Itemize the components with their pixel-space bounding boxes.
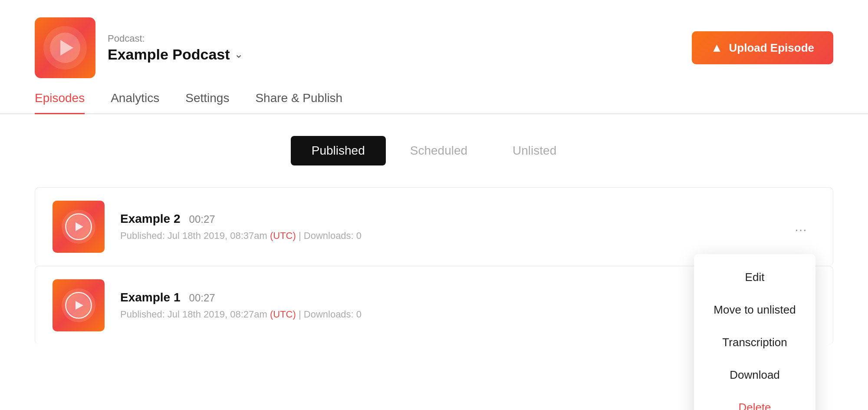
filter-tabs: Published Scheduled Unlisted [0, 136, 868, 165]
utc-label: (UTC) [270, 230, 296, 241]
tab-settings[interactable]: Settings [185, 91, 229, 114]
play-circle-icon [65, 292, 92, 319]
utc-label: (UTC) [270, 309, 296, 320]
podcast-info: Podcast: Example Podcast ⌄ [108, 33, 243, 63]
play-triangle-icon [76, 301, 83, 310]
podcast-thumbnail [35, 17, 95, 78]
episode-title-example2: Example 2 [120, 212, 181, 226]
episode-title-row: Example 1 00:27 [120, 291, 787, 304]
podcast-label: Podcast: [108, 33, 243, 44]
dropdown-menu: Edit Move to unlisted Transcription Down… [694, 254, 815, 410]
episode-menu-button-example2[interactable]: … [787, 215, 815, 238]
dropdown-delete[interactable]: Delete [694, 391, 815, 410]
episode-duration-example2: 00:27 [189, 213, 215, 225]
upload-episode-button[interactable]: ▲ Upload Episode [692, 31, 833, 64]
episode-thumbnail-example2 [53, 201, 105, 253]
filter-published[interactable]: Published [291, 136, 386, 165]
episode-info-example1: Example 1 00:27 Published: Jul 18th 2019… [120, 291, 787, 320]
filter-unlisted[interactable]: Unlisted [492, 136, 577, 165]
header: Podcast: Example Podcast ⌄ ▲ Upload Epis… [0, 0, 868, 91]
header-left: Podcast: Example Podcast ⌄ [35, 17, 243, 78]
dropdown-edit[interactable]: Edit [694, 261, 815, 294]
episode-duration-example1: 00:27 [189, 292, 215, 304]
episode-card-wrapper-example2: Example 2 00:27 Published: Jul 18th 2019… [35, 187, 833, 266]
chevron-down-icon[interactable]: ⌄ [234, 48, 243, 60]
episode-card-example2: Example 2 00:27 Published: Jul 18th 2019… [35, 187, 833, 266]
episode-info-example2: Example 2 00:27 Published: Jul 18th 2019… [120, 212, 787, 241]
tab-episodes[interactable]: Episodes [35, 91, 85, 114]
dropdown-transcription[interactable]: Transcription [694, 326, 815, 359]
episode-menu-container-example2: … Edit Move to unlisted Transcription Do… [787, 215, 815, 238]
play-icon [60, 40, 73, 56]
episode-title-row: Example 2 00:27 [120, 212, 787, 226]
episode-meta-example2: Published: Jul 18th 2019, 08:37am (UTC) … [120, 230, 787, 241]
podcast-title: Example Podcast ⌄ [108, 46, 243, 63]
episodes-list: Example 2 00:27 Published: Jul 18th 2019… [0, 187, 868, 344]
play-triangle-icon [76, 222, 83, 231]
nav-tabs: Episodes Analytics Settings Share & Publ… [0, 91, 868, 114]
tab-analytics[interactable]: Analytics [111, 91, 159, 114]
play-circle-icon [65, 213, 92, 240]
filter-scheduled[interactable]: Scheduled [389, 136, 488, 165]
tab-share-publish[interactable]: Share & Publish [255, 91, 342, 114]
upload-icon: ▲ [711, 41, 723, 55]
dropdown-move-to-unlisted[interactable]: Move to unlisted [694, 294, 815, 326]
episode-meta-example1: Published: Jul 18th 2019, 08:27am (UTC) … [120, 309, 787, 320]
episode-thumbnail-example1 [53, 279, 105, 331]
episode-title-example1: Example 1 [120, 291, 181, 304]
dropdown-download[interactable]: Download [694, 359, 815, 391]
